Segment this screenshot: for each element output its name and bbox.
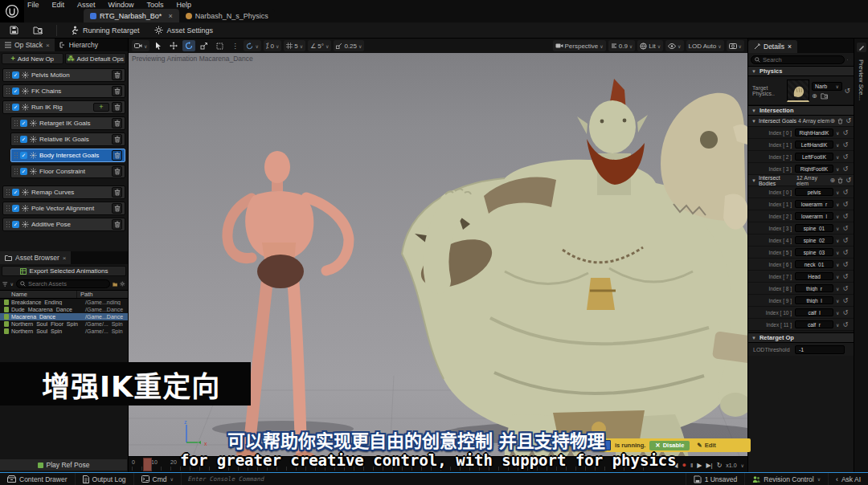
reset-to-default-icon[interactable]: ↺ <box>842 153 848 161</box>
gear-icon[interactable] <box>850 56 851 63</box>
op-row[interactable]: FK Chains + <box>2 84 125 98</box>
save-button[interactable] <box>5 24 23 36</box>
close-tab-icon[interactable]: × <box>63 255 67 262</box>
delete-op-button[interactable] <box>112 86 122 96</box>
asset-settings-button[interactable]: Asset Settings <box>149 24 219 36</box>
asset-row[interactable]: Dude_Macarena_Dance /Game...Dance <box>0 306 128 313</box>
delete-op-button[interactable] <box>112 102 122 112</box>
chevron-down-icon[interactable]: ∨ <box>836 202 839 207</box>
drag-handle-icon[interactable] <box>6 104 10 112</box>
delete-op-button[interactable] <box>112 187 122 198</box>
chevron-down-icon[interactable]: ∨ <box>836 286 839 291</box>
lit-mode-button[interactable]: Lit ∨ <box>637 40 663 51</box>
body-value-dropdown[interactable]: neck_01 <box>795 260 833 268</box>
unsaved-button[interactable]: 1 Unsaved <box>686 473 745 485</box>
drag-handle-icon[interactable] <box>14 168 18 176</box>
browse-to-asset-icon[interactable] <box>821 92 829 100</box>
lod-threshold-input[interactable] <box>795 345 845 354</box>
rotate-tool-button[interactable] <box>182 40 195 51</box>
filter-icon[interactable] <box>2 281 8 287</box>
reset-to-default-icon[interactable]: ↺ <box>842 273 848 280</box>
menu-tools[interactable]: Tools <box>147 1 164 9</box>
tab-details[interactable]: Details × <box>748 40 797 53</box>
reset-to-default-icon[interactable]: ↺ <box>842 129 848 137</box>
op-enabled-checkbox[interactable] <box>20 152 27 159</box>
body-value-dropdown[interactable]: thigh_l <box>795 296 833 304</box>
close-tab-icon[interactable]: × <box>788 43 792 51</box>
drag-handle-icon[interactable] <box>6 221 10 229</box>
surface-snapping-button[interactable]: ∨ <box>244 40 260 51</box>
reset-to-default-icon[interactable]: ↺ <box>842 261 848 268</box>
console-command-input[interactable] <box>188 475 389 483</box>
timeline-playhead[interactable] <box>143 458 152 471</box>
op-row[interactable]: Pelvis Motion + <box>2 68 125 82</box>
chevron-down-icon[interactable]: ∨ <box>836 310 839 316</box>
target-physics-dropdown[interactable]: Narb ∨ <box>812 82 842 91</box>
close-tab-icon[interactable]: × <box>168 12 172 20</box>
ask-ai-button[interactable]: ‹ Ask AI <box>828 473 868 485</box>
op-enabled-checkbox[interactable] <box>12 189 19 196</box>
chevron-down-icon[interactable]: ∨ <box>836 154 839 160</box>
disable-button[interactable]: ✕ Disable <box>649 441 690 450</box>
body-value-dropdown[interactable]: lowerarm_r <box>795 200 833 208</box>
reset-to-default-icon[interactable]: ↺ <box>842 237 848 244</box>
op-enabled-checkbox[interactable] <box>12 221 19 228</box>
intersect-goals-header[interactable]: ▼Intersect Goals 4 Array elem ⊕ ↺ <box>748 116 854 127</box>
trash-icon[interactable] <box>837 177 843 184</box>
playback-speed[interactable]: x1.0 <box>726 463 736 468</box>
menu-window[interactable]: Window <box>108 1 134 9</box>
viewport[interactable]: ∨ ⋮ ∨ ⁒ 0 <box>129 39 747 472</box>
reset-to-default-icon[interactable]: ↺ <box>842 225 848 232</box>
move-tool-button[interactable] <box>167 40 180 51</box>
add-default-ops-button[interactable]: ⁂ Add Default Ops <box>65 53 127 64</box>
drag-handle-icon[interactable] <box>6 189 10 197</box>
close-tab-icon[interactable]: × <box>46 42 50 49</box>
op-enabled-checkbox[interactable] <box>12 205 19 212</box>
play-button[interactable]: ▶ <box>697 462 702 469</box>
chevron-down-icon[interactable]: ∨ <box>836 214 839 219</box>
grid-snap-button[interactable]: 5 ∨ <box>284 40 305 51</box>
section-intersection[interactable]: ▼ Intersection <box>748 105 854 116</box>
body-value-dropdown[interactable]: calf_l <box>795 308 833 316</box>
step-forward-button[interactable]: ▶| <box>706 462 712 469</box>
chevron-down-icon[interactable]: ∨ <box>836 166 839 172</box>
drag-handle-icon[interactable] <box>6 88 10 96</box>
op-enabled-checkbox[interactable] <box>12 88 19 95</box>
drag-handle-icon[interactable] <box>14 152 18 160</box>
asset-row[interactable]: Macarena_Dance /Game...Dance <box>0 313 128 320</box>
intersect-bodies-header[interactable]: ▼Intersect Bodies 12 Array elem ⊕ ↺ <box>748 175 854 186</box>
chevron-down-icon[interactable]: ∨ <box>836 322 839 328</box>
add-new-op-button[interactable]: + Add New Op <box>2 53 63 64</box>
section-physics[interactable]: ▼ Physics <box>748 66 854 76</box>
gear-icon[interactable] <box>120 280 125 287</box>
record-button[interactable]: ● <box>682 461 686 469</box>
use-selected-asset-icon[interactable]: ⊕ <box>812 92 817 100</box>
reset-to-default-icon[interactable]: ↺ <box>842 141 848 149</box>
reset-to-default-icon[interactable]: ↺ <box>842 321 848 328</box>
export-selected-animations-button[interactable]: Export Selected Animations <box>2 266 126 276</box>
op-row[interactable]: Run IK Rig + <box>2 100 125 114</box>
trash-icon[interactable] <box>837 118 843 124</box>
show-flags-button[interactable]: ∨ <box>665 40 683 51</box>
menu-help[interactable]: Help <box>177 1 192 9</box>
screenshot-button[interactable]: ∨ <box>727 40 744 51</box>
reset-to-default-icon[interactable]: ↺ <box>842 285 848 292</box>
cmd-dropdown[interactable]: Cmd ∨ <box>134 473 182 485</box>
rotation-snap-button[interactable]: ∠ 5° ∨ <box>308 40 331 51</box>
body-value-dropdown[interactable]: thigh_r <box>795 284 833 292</box>
reset-to-default-icon[interactable]: ↺ <box>845 177 851 184</box>
chevron-down-icon[interactable]: ∨ <box>836 130 839 136</box>
reset-to-default-icon[interactable]: ↺ <box>842 297 848 304</box>
edit-button[interactable]: ✎ Edit <box>694 442 719 449</box>
delete-op-button[interactable] <box>112 70 122 80</box>
reset-to-default-icon[interactable]: ↺ <box>845 117 851 124</box>
op-enabled-checkbox[interactable] <box>20 168 27 175</box>
add-child-op-button[interactable]: + <box>93 103 109 112</box>
tab-op-stack[interactable]: Op Stack × <box>0 39 55 51</box>
delete-op-button[interactable] <box>112 203 122 214</box>
preview-scene-settings-icon[interactable] <box>857 43 866 52</box>
play-ref-pose-button[interactable]: Play Ref Pose <box>0 459 127 471</box>
column-path[interactable]: Path <box>77 291 92 298</box>
reset-to-default-icon[interactable]: ↺ <box>842 309 848 316</box>
preview-scene-settings-tab[interactable]: Preview Sce... <box>858 59 865 100</box>
